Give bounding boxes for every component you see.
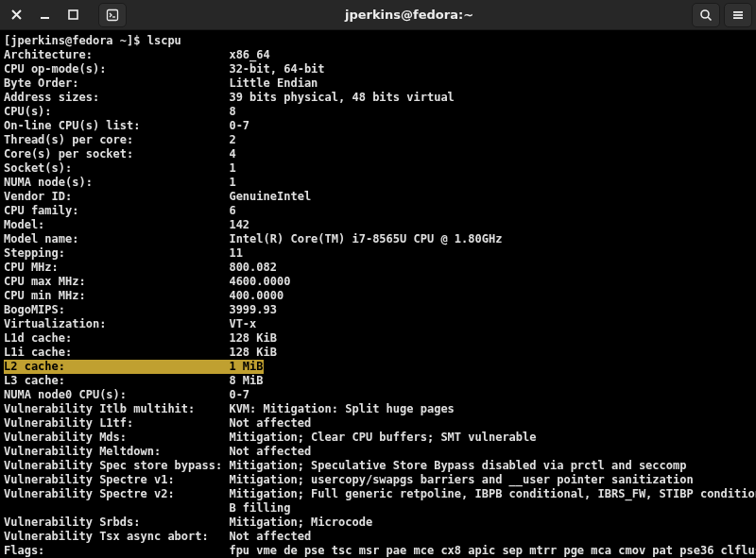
output-line-wrap: B filling [4, 501, 752, 516]
svg-rect-2 [108, 9, 118, 20]
output-line: Vulnerability Mds: Mitigation; Clear CPU… [4, 431, 752, 445]
output-line: Model: 142 [4, 218, 752, 232]
svg-point-3 [701, 10, 709, 18]
output-line: Model name: Intel(R) Core(TM) i7-8565U C… [4, 232, 752, 246]
close-icon [11, 9, 22, 20]
output-line: BogoMIPS: 3999.93 [4, 303, 752, 317]
titlebar-right-controls [692, 3, 752, 27]
output-line: L1d cache: 128 KiB [4, 331, 752, 346]
hamburger-icon [731, 8, 745, 22]
output-line: On-line CPU(s) list: 0-7 [4, 119, 752, 133]
new-tab-button[interactable] [98, 3, 127, 27]
output-line: Vulnerability Spectre v1: Mitigation; us… [4, 473, 752, 487]
svg-rect-1 [69, 10, 77, 19]
terminal-icon [106, 8, 119, 22]
window-title: jperkins@fedora:~ [127, 8, 692, 22]
output-line: Vulnerability Meltdown: Not affected [4, 445, 752, 459]
output-line: Core(s) per socket: 4 [4, 147, 752, 161]
minimize-icon [40, 9, 50, 20]
prompt-line: [jperkins@fedora ~]$ lscpu [4, 34, 752, 48]
output-line: L1i cache: 128 KiB [4, 346, 752, 360]
output-line: NUMA node(s): 1 [4, 176, 752, 190]
output-line: Stepping: 11 [4, 246, 752, 261]
terminal-output[interactable]: [jperkins@fedora ~]$ lscpuArchitecture: … [0, 30, 756, 558]
output-line: CPU(s): 8 [4, 105, 752, 119]
search-icon [699, 8, 713, 22]
output-line: NUMA node0 CPU(s): 0-7 [4, 388, 752, 402]
svg-rect-0 [41, 17, 49, 19]
output-line: CPU op-mode(s): 32-bit, 64-bit [4, 62, 752, 76]
output-line: Flags: fpu vme de pse tsc msr pae mce cx… [4, 544, 752, 558]
output-line: Thread(s) per core: 2 [4, 133, 752, 147]
titlebar-left-controls [4, 3, 127, 27]
output-line: L2 cache: 1 MiB [4, 360, 752, 374]
search-button[interactable] [692, 3, 720, 27]
highlighted-text: L2 cache: 1 MiB [4, 360, 264, 374]
output-line: CPU max MHz: 4600.0000 [4, 275, 752, 289]
output-line: Architecture: x86_64 [4, 48, 752, 62]
menu-button[interactable] [724, 3, 752, 27]
output-line: L3 cache: 8 MiB [4, 374, 752, 388]
output-line: Socket(s): 1 [4, 161, 752, 176]
output-line: Address sizes: 39 bits physical, 48 bits… [4, 91, 752, 105]
output-line: Vulnerability Itlb multihit: KVM: Mitiga… [4, 402, 752, 416]
svg-rect-5 [733, 14, 743, 16]
output-line: Vulnerability Tsx async abort: Not affec… [4, 530, 752, 544]
svg-rect-6 [733, 17, 743, 19]
output-line: Vendor ID: GenuineIntel [4, 190, 752, 204]
output-line: Virtualization: VT-x [4, 317, 752, 331]
output-line: CPU min MHz: 400.0000 [4, 289, 752, 303]
output-line: Vulnerability L1tf: Not affected [4, 416, 752, 431]
output-line: Vulnerability Spec store bypass: Mitigat… [4, 459, 752, 473]
close-button[interactable] [4, 3, 28, 27]
titlebar: jperkins@fedora:~ [0, 0, 756, 30]
svg-rect-4 [733, 11, 743, 13]
output-line: CPU MHz: 800.082 [4, 261, 752, 275]
minimize-button[interactable] [32, 3, 57, 27]
output-line: CPU family: 6 [4, 204, 752, 218]
output-line: Byte Order: Little Endian [4, 76, 752, 91]
maximize-icon [68, 9, 78, 20]
output-line: Vulnerability Srbds: Mitigation; Microco… [4, 516, 752, 530]
output-line: Vulnerability Spectre v2: Mitigation; Fu… [4, 487, 752, 501]
maximize-button[interactable] [60, 3, 85, 27]
